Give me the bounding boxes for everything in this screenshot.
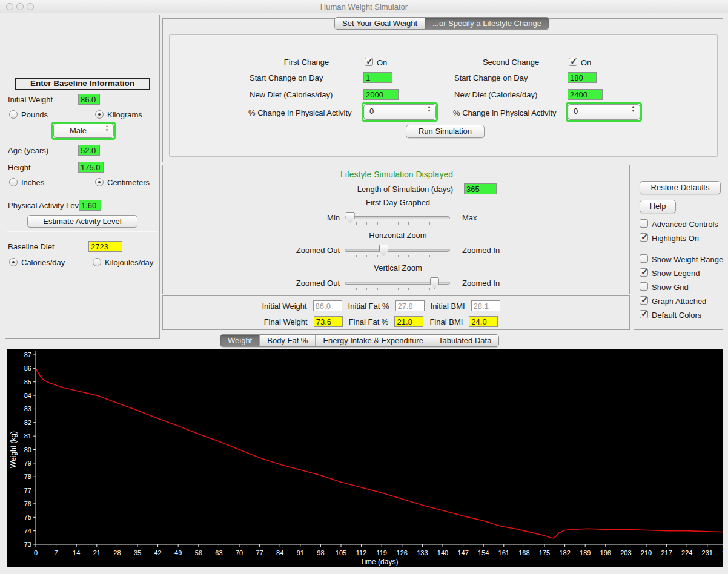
goal-panel: Set Your Goal Weight ...or Specify a Lif… bbox=[162, 18, 723, 162]
window-title: Human Weight Simulator bbox=[0, 2, 728, 12]
vzoom-out-label: Zoomed Out bbox=[279, 279, 340, 288]
svg-text:21: 21 bbox=[93, 549, 101, 556]
graph-tab-bar: Weight Body Fat % Energy Intake & Expend… bbox=[220, 334, 499, 347]
pounds-label: Pounds bbox=[21, 110, 48, 119]
svg-text:79: 79 bbox=[24, 460, 31, 467]
svg-text:154: 154 bbox=[478, 549, 489, 556]
inches-label: Inches bbox=[21, 178, 44, 187]
svg-text:82: 82 bbox=[24, 419, 31, 426]
tab-weight[interactable]: Weight bbox=[220, 335, 260, 346]
sex-select[interactable]: Male ▲▼ bbox=[53, 124, 114, 138]
graph-attached-label: Graph Attached bbox=[652, 297, 706, 306]
svg-text:76: 76 bbox=[24, 500, 31, 507]
default-colors-checkbox[interactable] bbox=[640, 310, 648, 318]
second-change-on-label: On bbox=[581, 58, 591, 67]
age-field[interactable]: 52.0 bbox=[78, 145, 100, 156]
help-button[interactable]: Help bbox=[640, 200, 676, 213]
second-new-diet-label: New Diet (Calories/day) bbox=[454, 90, 537, 99]
tab-tabulated-data[interactable]: Tabulated Data bbox=[431, 335, 498, 346]
svg-text:83: 83 bbox=[24, 405, 31, 412]
inches-radio[interactable] bbox=[9, 178, 18, 186]
show-legend-checkbox[interactable] bbox=[640, 268, 648, 277]
tab-specify-lifestyle-change[interactable]: ...or Specify a Lifestyle Change bbox=[425, 18, 549, 29]
svg-text:87: 87 bbox=[24, 351, 31, 358]
highlights-on-checkbox[interactable] bbox=[640, 233, 648, 242]
first-change-title: First Change bbox=[250, 58, 363, 67]
svg-text:182: 182 bbox=[559, 549, 570, 556]
final-weight-stat-field: 73.6 bbox=[314, 316, 343, 327]
baseline-panel: Enter Baseline Information Initial Weigh… bbox=[5, 15, 160, 339]
first-new-diet-field[interactable]: 2000 bbox=[363, 89, 399, 100]
age-label: Age (years) bbox=[8, 146, 48, 155]
svg-text:74: 74 bbox=[24, 527, 31, 535]
baseline-diet-field[interactable]: 2723 bbox=[88, 241, 122, 252]
first-day-max-label: Max bbox=[462, 213, 477, 222]
graph-attached-checkbox[interactable] bbox=[640, 296, 648, 305]
svg-text:86: 86 bbox=[24, 365, 31, 372]
initial-bmi-stat-field: 28.1 bbox=[471, 300, 500, 311]
svg-text:35: 35 bbox=[134, 549, 141, 556]
svg-text:77: 77 bbox=[256, 549, 263, 556]
svg-text:147: 147 bbox=[457, 549, 468, 556]
advanced-controls-checkbox[interactable] bbox=[640, 219, 648, 228]
first-start-day-field[interactable]: 1 bbox=[363, 72, 392, 83]
svg-text:77: 77 bbox=[24, 487, 31, 494]
svg-text:161: 161 bbox=[498, 549, 509, 556]
centimeters-radio[interactable] bbox=[95, 178, 104, 186]
tab-energy[interactable]: Energy Intake & Expenditure bbox=[316, 335, 431, 346]
estimate-activity-button[interactable]: Estimate Activity Level bbox=[27, 215, 137, 228]
svg-text:210: 210 bbox=[641, 549, 652, 556]
second-activity-spinner-highlight: 0 ▲▼ bbox=[566, 102, 642, 122]
tab-set-goal-weight[interactable]: Set Your Goal Weight bbox=[335, 18, 425, 29]
kilograms-label: Kilograms bbox=[107, 110, 142, 119]
first-change-on-checkbox[interactable] bbox=[365, 58, 373, 66]
first-day-graphed-label: First Day Graphed bbox=[366, 198, 430, 207]
restore-defaults-button[interactable]: Restore Defaults bbox=[640, 181, 721, 194]
second-new-diet-field[interactable]: 2400 bbox=[568, 89, 603, 100]
svg-text:78: 78 bbox=[24, 473, 31, 480]
svg-text:84: 84 bbox=[24, 392, 31, 399]
first-activity-spinner-highlight: 0 ▲▼ bbox=[362, 102, 438, 122]
kilograms-radio[interactable] bbox=[95, 110, 104, 119]
calories-radio[interactable] bbox=[9, 258, 18, 266]
svg-text:126: 126 bbox=[397, 549, 408, 556]
svg-text:119: 119 bbox=[376, 549, 387, 556]
first-day-min-label: Min bbox=[279, 213, 340, 222]
show-weight-range-checkbox[interactable] bbox=[640, 254, 648, 263]
initial-weight-field[interactable]: 86.0 bbox=[78, 94, 100, 105]
initial-stats-row: Initial Weight 86.0 Initial Fat % 27.8 I… bbox=[163, 300, 599, 311]
svg-text:28: 28 bbox=[113, 549, 121, 556]
stats-panel: Initial Weight 86.0 Initial Fat % 27.8 I… bbox=[162, 295, 630, 330]
first-activity-spinner-value: 0 bbox=[369, 107, 425, 116]
horizontal-zoom-slider[interactable] bbox=[345, 249, 450, 252]
second-start-day-field[interactable]: 180 bbox=[568, 72, 597, 83]
svg-text:14: 14 bbox=[73, 549, 80, 556]
svg-text:70: 70 bbox=[236, 549, 243, 556]
second-start-day-label: Start Change on Day bbox=[454, 73, 528, 82]
second-change-on-checkbox[interactable] bbox=[569, 58, 577, 66]
activity-level-field[interactable]: 1.60 bbox=[79, 200, 101, 211]
initial-weight-stat-label: Initial Weight bbox=[262, 302, 306, 311]
svg-text:168: 168 bbox=[518, 549, 529, 556]
advanced-controls-label: Advanced Controls bbox=[652, 220, 718, 229]
hzoom-in-label: Zoomed In bbox=[462, 246, 500, 255]
kilojoules-radio[interactable] bbox=[93, 258, 101, 266]
pounds-radio[interactable] bbox=[9, 110, 18, 119]
svg-text:63: 63 bbox=[215, 549, 222, 556]
show-grid-checkbox[interactable] bbox=[640, 282, 648, 291]
kilojoules-label: Kilojoules/day bbox=[105, 258, 153, 267]
baseline-divider bbox=[7, 231, 158, 232]
svg-text:0: 0 bbox=[34, 549, 38, 556]
height-field[interactable]: 175.0 bbox=[78, 162, 104, 173]
second-activity-spinner[interactable]: 0 ▲▼ bbox=[568, 104, 640, 120]
first-day-slider[interactable] bbox=[345, 216, 450, 219]
first-activity-spinner[interactable]: 0 ▲▼ bbox=[363, 104, 436, 120]
first-start-day-label: Start Change on Day bbox=[250, 73, 323, 82]
initial-weight-label: Initial Weight bbox=[8, 95, 53, 104]
run-simulation-button[interactable]: Run Simulation bbox=[406, 125, 485, 138]
tab-body-fat[interactable]: Body Fat % bbox=[260, 335, 316, 346]
simulation-length-field[interactable]: 365 bbox=[464, 183, 497, 194]
baseline-panel-title: Enter Baseline Information bbox=[15, 78, 150, 90]
vertical-zoom-slider[interactable] bbox=[345, 282, 450, 285]
sex-select-highlight: Male ▲▼ bbox=[51, 122, 116, 140]
